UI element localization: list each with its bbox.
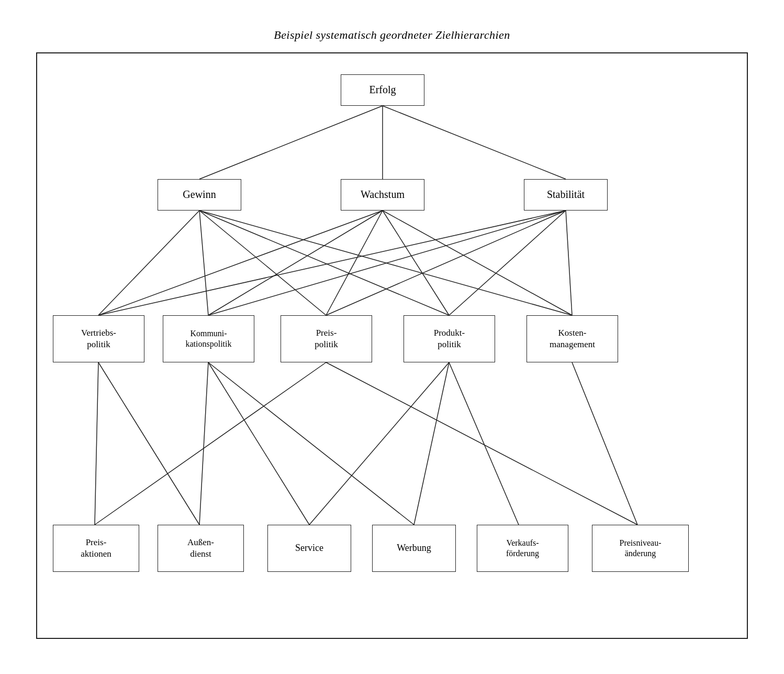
node-wachstum: Wachstum (341, 179, 424, 211)
svg-line-21 (208, 362, 309, 525)
svg-line-19 (98, 362, 199, 525)
node-preis: Preis-politik (281, 315, 372, 362)
page-container: Beispiel systematisch geordneter Zielhie… (26, 23, 758, 651)
svg-line-4 (199, 211, 208, 315)
svg-line-10 (326, 211, 383, 315)
svg-line-15 (326, 211, 566, 315)
page-title: Beispiel systematisch geordneter Zielhie… (274, 28, 510, 42)
diagram-outer: Erfolg Gewinn Wachstum Stabilität Vertri… (36, 52, 748, 639)
svg-line-25 (309, 362, 449, 525)
svg-line-26 (414, 362, 449, 525)
svg-line-20 (199, 362, 208, 525)
svg-line-11 (383, 211, 449, 315)
node-stabilitaet: Stabilität (524, 179, 608, 211)
svg-line-3 (98, 211, 199, 315)
node-erfolg: Erfolg (341, 74, 424, 106)
node-vertrieb: Vertriebs-politik (53, 315, 144, 362)
svg-line-18 (95, 362, 98, 525)
node-aussendienst: Außen-dienst (158, 525, 244, 572)
svg-line-16 (449, 211, 566, 315)
svg-line-13 (98, 211, 566, 315)
node-werbung: Werbung (372, 525, 456, 572)
node-produkt: Produkt-politik (404, 315, 495, 362)
svg-line-14 (208, 211, 566, 315)
node-service: Service (267, 525, 351, 572)
svg-line-22 (208, 362, 414, 525)
svg-line-17 (566, 211, 572, 315)
svg-line-23 (95, 362, 326, 525)
svg-line-27 (449, 362, 519, 525)
svg-line-0 (199, 106, 383, 179)
node-gewinn: Gewinn (158, 179, 241, 211)
svg-line-24 (326, 362, 637, 525)
node-preisaktionen: Preis-aktionen (53, 525, 139, 572)
node-preisniveau: Preisniveau-änderung (592, 525, 689, 572)
svg-line-28 (572, 362, 637, 525)
svg-line-2 (383, 106, 566, 179)
svg-line-9 (208, 211, 383, 315)
svg-line-8 (98, 211, 383, 315)
node-verkaufsfoerderung: Verkaufs-förderung (477, 525, 568, 572)
node-kosten: Kosten-management (527, 315, 618, 362)
node-kommunikation: Kommuni-kationspolitik (163, 315, 254, 362)
